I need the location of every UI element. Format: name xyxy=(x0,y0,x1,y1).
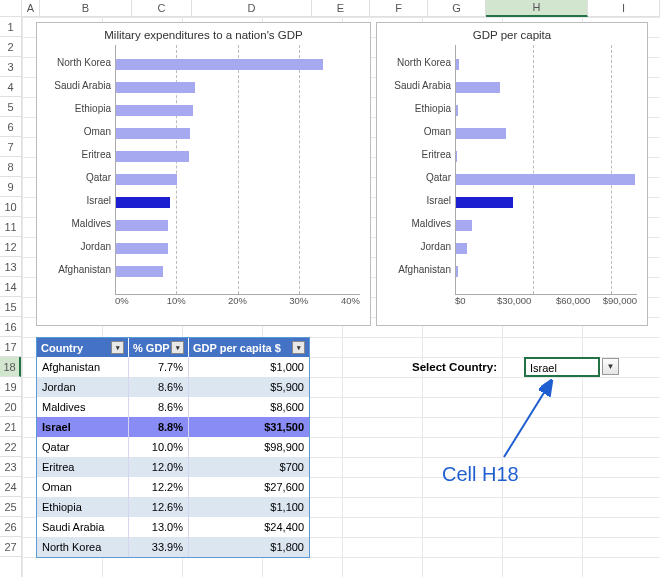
chart-category-label: Eritrea xyxy=(47,145,115,168)
row-header-16[interactable]: 16 xyxy=(0,317,21,337)
row-header-11[interactable]: 11 xyxy=(0,217,21,237)
row-header-21[interactable]: 21 xyxy=(0,417,21,437)
column-header-E[interactable]: E xyxy=(312,0,370,16)
chart-bar xyxy=(116,151,189,162)
chart-bar xyxy=(116,174,177,185)
row-header-17[interactable]: 17 xyxy=(0,337,21,357)
column-header-H[interactable]: H xyxy=(486,0,588,17)
row-header-18[interactable]: 18 xyxy=(0,357,21,377)
select-country-label: Select Country: xyxy=(412,361,497,373)
chart-x-tick: 0% xyxy=(115,295,146,306)
column-header-I[interactable]: I xyxy=(588,0,660,16)
table-header[interactable]: % GDP▾ xyxy=(129,338,189,357)
row-header-13[interactable]: 13 xyxy=(0,257,21,277)
chart-bar xyxy=(456,220,472,231)
table-row[interactable]: Israel8.8%$31,500 xyxy=(37,417,309,437)
chart-category-label: Afghanistan xyxy=(387,260,455,283)
row-header-27[interactable]: 27 xyxy=(0,537,21,557)
chart-category-label: Maldives xyxy=(47,214,115,237)
table-row[interactable]: Afghanistan7.7%$1,000 xyxy=(37,357,309,377)
chart-x-tick: 40% xyxy=(329,295,360,306)
row-header-5[interactable]: 5 xyxy=(0,97,21,117)
chevron-down-icon: ▼ xyxy=(607,362,615,371)
chart-military-gdp[interactable]: Military expenditures to a nation's GDP … xyxy=(36,22,371,326)
chart-category-label: Ethiopia xyxy=(47,99,115,122)
table-row[interactable]: Maldives8.6%$8,600 xyxy=(37,397,309,417)
chart-bar xyxy=(456,128,506,139)
table-header-label: Country xyxy=(41,342,83,354)
table-cell: Eritrea xyxy=(37,457,129,477)
chart-bar xyxy=(456,151,457,162)
chart-x-tick: $30,000 xyxy=(485,295,544,306)
table-cell: $8,600 xyxy=(189,397,309,417)
table-row[interactable]: Eritrea12.0%$700 xyxy=(37,457,309,477)
dropdown-button[interactable]: ▼ xyxy=(602,358,619,375)
row-header-20[interactable]: 20 xyxy=(0,397,21,417)
row-header-23[interactable]: 23 xyxy=(0,457,21,477)
table-cell: $700 xyxy=(189,457,309,477)
row-header-4[interactable]: 4 xyxy=(0,77,21,97)
column-headers: ABCDEFGHI xyxy=(22,0,660,17)
column-header-D[interactable]: D xyxy=(192,0,312,16)
chart-x-tick: 10% xyxy=(146,295,207,306)
filter-dropdown-icon[interactable]: ▾ xyxy=(292,341,305,354)
table-header[interactable]: GDP per capita $▾ xyxy=(189,338,309,357)
column-header-F[interactable]: F xyxy=(370,0,428,16)
table-cell: Israel xyxy=(37,417,129,437)
chart-gdp-capita[interactable]: GDP per capita North KoreaSaudi ArabiaEt… xyxy=(376,22,648,326)
row-header-22[interactable]: 22 xyxy=(0,437,21,457)
row-header-6[interactable]: 6 xyxy=(0,117,21,137)
row-header-24[interactable]: 24 xyxy=(0,477,21,497)
filter-dropdown-icon[interactable]: ▾ xyxy=(171,341,184,354)
column-header-G[interactable]: G xyxy=(428,0,486,16)
row-header-8[interactable]: 8 xyxy=(0,157,21,177)
row-header-15[interactable]: 15 xyxy=(0,297,21,317)
chart-x-tick: $0 xyxy=(455,295,485,306)
row-header-26[interactable]: 26 xyxy=(0,517,21,537)
row-header-3[interactable]: 3 xyxy=(0,57,21,77)
table-cell: 33.9% xyxy=(129,537,189,557)
table-row[interactable]: Saudi Arabia13.0%$24,400 xyxy=(37,517,309,537)
chart-x-tick: $60,000 xyxy=(544,295,603,306)
column-header-A[interactable]: A xyxy=(22,0,40,16)
table-row[interactable]: Oman12.2%$27,600 xyxy=(37,477,309,497)
select-all-corner[interactable] xyxy=(0,0,22,17)
table-row[interactable]: Qatar10.0%$98,900 xyxy=(37,437,309,457)
column-header-C[interactable]: C xyxy=(132,0,192,16)
column-header-B[interactable]: B xyxy=(40,0,132,16)
chart-bar xyxy=(116,197,170,208)
row-header-25[interactable]: 25 xyxy=(0,497,21,517)
row-header-12[interactable]: 12 xyxy=(0,237,21,257)
row-header-1[interactable]: 1 xyxy=(0,17,21,37)
table-cell: Qatar xyxy=(37,437,129,457)
table-header[interactable]: Country▾ xyxy=(37,338,129,357)
filter-dropdown-icon[interactable]: ▾ xyxy=(111,341,124,354)
table-row[interactable]: North Korea33.9%$1,800 xyxy=(37,537,309,557)
row-header-7[interactable]: 7 xyxy=(0,137,21,157)
table-cell: $31,500 xyxy=(189,417,309,437)
row-headers: 1234567891011121314151617181920212223242… xyxy=(0,17,22,577)
row-header-14[interactable]: 14 xyxy=(0,277,21,297)
row-header-19[interactable]: 19 xyxy=(0,377,21,397)
chart-title: GDP per capita xyxy=(387,29,637,41)
chart-bar xyxy=(456,82,500,93)
annotation-text: Cell H18 xyxy=(442,463,519,486)
chart-category-label: Israel xyxy=(387,191,455,214)
chart-category-label: Afghanistan xyxy=(47,260,115,283)
chart-category-label: Qatar xyxy=(387,168,455,191)
table-row[interactable]: Jordan8.6%$5,900 xyxy=(37,377,309,397)
table-cell: 8.6% xyxy=(129,377,189,397)
table-header-label: GDP per capita $ xyxy=(193,342,281,354)
row-header-2[interactable]: 2 xyxy=(0,37,21,57)
chart-category-label: Jordan xyxy=(387,237,455,260)
chart-bar xyxy=(116,128,190,139)
table-cell: $24,400 xyxy=(189,517,309,537)
chart-category-label: Ethiopia xyxy=(387,99,455,122)
country-dropdown-cell[interactable]: Israel xyxy=(524,357,600,377)
chart-bar xyxy=(116,243,168,254)
table-row[interactable]: Ethiopia12.6%$1,100 xyxy=(37,497,309,517)
annotation-arrow xyxy=(492,377,572,467)
table-cell: Oman xyxy=(37,477,129,497)
row-header-9[interactable]: 9 xyxy=(0,177,21,197)
row-header-10[interactable]: 10 xyxy=(0,197,21,217)
